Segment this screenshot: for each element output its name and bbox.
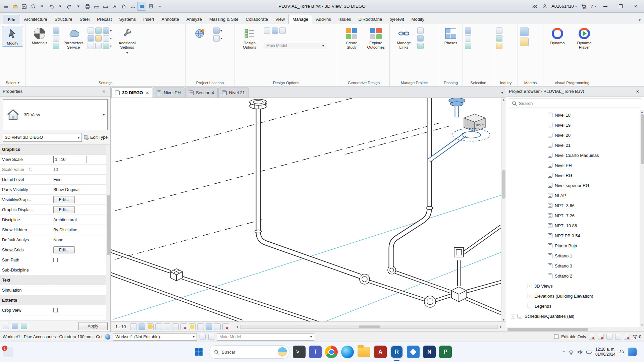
close-button[interactable]: × [629,0,643,13]
taskbar-badge-icon[interactable]: 1 [3,347,13,357]
tab-add-ins[interactable]: Add-Ins [312,14,335,24]
select-links-icon[interactable] [598,334,604,340]
object-styles-icon[interactable] [53,27,59,34]
start-button[interactable] [192,345,206,359]
tab-file[interactable]: File [3,15,20,24]
coordinates-icon[interactable] [213,27,220,34]
properties-close-icon[interactable]: × [100,88,108,94]
properties-scrollbar[interactable] [106,144,110,320]
dynamo-button[interactable]: Dynamo [545,26,570,46]
active-workset-dropdown[interactable]: Workset1 (Not Editable) ▾ [113,333,197,341]
properties-filter-icon[interactable] [3,323,9,329]
tree-item-nivel-19[interactable]: Nivel 19 [506,120,644,130]
tab-manage[interactable]: Manage [288,14,312,24]
tree-item-nivel-ph[interactable]: Nivel PH [506,160,644,170]
scroll-right-icon[interactable]: ▸ [498,325,504,328]
copilot-icon[interactable] [628,348,637,356]
thin-lines-icon[interactable] [137,2,146,11]
starting-view-icon[interactable] [417,43,424,49]
tree-item-nivel-superior-rg[interactable]: Nivel superior RG [506,180,644,190]
materials-button[interactable]: Materials [28,26,52,46]
canvas-vscroll-thumb[interactable] [502,170,505,199]
sync-caret-icon[interactable]: ▾ [38,2,47,11]
qat-overflow-icon[interactable]: » [155,2,164,11]
select-by-id-icon[interactable] [496,35,502,42]
add-to-set-icon[interactable] [272,27,278,34]
manage-images-icon[interactable] [417,27,424,34]
editing-requests-icon[interactable] [200,334,206,340]
tree-item-npt-1086[interactable]: NPT -10.86 [506,221,644,231]
undo-caret-icon[interactable]: ▾ [56,2,65,11]
crop-view-checkbox[interactable] [53,308,58,312]
save-selection-icon[interactable] [465,27,471,34]
show-hidden-value[interactable]: By Discipline [51,225,110,235]
modify-button[interactable]: Modify [2,26,23,47]
revit-icon[interactable]: R [390,345,404,359]
select-pinned-icon[interactable] [615,334,621,340]
canvas-hscroll-thumb[interactable] [359,325,380,328]
tree-item-sotano-1[interactable]: Sótano 1 [506,251,644,261]
section-graphics[interactable]: Graphics▴ [0,144,110,155]
expand-icon[interactable]: + [528,284,532,288]
project-browser-close-icon[interactable]: × [634,88,641,94]
highlight-displacement-icon[interactable] [214,323,221,330]
tab-steel[interactable]: Steel [76,14,94,24]
app-menu-icon[interactable] [1,2,10,11]
text-icon[interactable]: A [110,2,119,11]
tab-pyrevit[interactable]: pyRevit [386,14,408,24]
collaborate-icon[interactable] [530,2,539,11]
selected-roof-strainer[interactable] [449,98,465,106]
tree-item-nivel-21[interactable]: Nivel 21 [506,140,644,150]
wifi-icon[interactable] [568,349,574,355]
tree-item-npt-726[interactable]: NPT -7.26 [506,210,644,221]
macro-security-icon[interactable] [520,38,529,46]
canvas-horizontal-scrollbar[interactable]: ◂ ▸ [234,325,504,329]
sun-path-icon[interactable] [147,323,154,330]
navisworks-icon[interactable]: N [423,346,436,358]
shared-parameters-icon[interactable] [88,35,94,42]
tree-item-nivel-18[interactable]: Nivel 18 [506,110,644,120]
tab-structure[interactable]: Structure [51,14,76,24]
tab-dirootsone[interactable]: DiRootsOne [355,14,386,24]
sync-icon[interactable] [29,2,38,11]
teams-icon[interactable]: T [309,346,322,358]
crop-view-icon[interactable] [164,323,170,330]
tree-item-npt-366[interactable]: NPT -3.66 [506,200,644,210]
taskbar-search[interactable]: Buscar [209,345,289,359]
parts-visibility-value[interactable]: Show Original [51,185,110,194]
simulation-value[interactable] [51,285,110,295]
default-3d-view-icon[interactable] [119,2,128,11]
section-text[interactable]: Text▴ [0,275,110,285]
temporary-hide-isolate-icon[interactable] [180,323,187,330]
purge-unused-icon[interactable] [95,35,102,42]
macro-manager-icon[interactable] [520,27,529,36]
minimize-button[interactable] [598,0,612,13]
tree-group-3d-views[interactable]: +3D Views [506,281,644,291]
parameters-service-button[interactable]: Parameters Service [61,26,86,50]
tab-collaborate[interactable]: Collaborate [242,14,272,24]
selected-branch-pipe[interactable] [429,105,465,160]
graphic-display-edit-button[interactable]: Edit... [53,206,75,213]
panel-label-select[interactable]: Select▾ [1,79,24,86]
browser-vscroll-thumb[interactable] [641,114,644,164]
tab-insert[interactable]: Insert [140,14,158,24]
phases-button[interactable]: Phases [441,26,461,46]
visibility-graphics-edit-button[interactable]: Edit... [53,196,75,203]
tree-group-elevations[interactable]: +Elevations (Building Elevation) [506,291,644,301]
tree-item-nivel-rg[interactable]: Nivel RG [506,170,644,180]
store-cart-icon[interactable] [579,2,588,11]
show-crop-region-icon[interactable] [172,323,179,330]
scale-button[interactable]: 1 : 10 [113,324,128,329]
dynamo-player-button[interactable]: Dynamo Player [571,26,598,50]
help-menu[interactable]: ? ▾ [589,4,597,9]
view-tab-nivel-21[interactable]: Nivel 21 [218,87,249,98]
show-grids-edit-button[interactable]: Edit... [53,246,75,253]
transfer-standards-icon[interactable] [95,27,102,34]
apply-button[interactable]: Apply [78,322,108,330]
drag-on-selection-icon[interactable] [624,334,630,340]
chrome-icon[interactable] [325,346,338,358]
project-icon[interactable]: P [439,346,452,358]
tab-modify[interactable]: Modify [408,14,428,24]
visual-style-icon[interactable] [139,323,145,330]
edge-icon[interactable] [341,346,354,358]
